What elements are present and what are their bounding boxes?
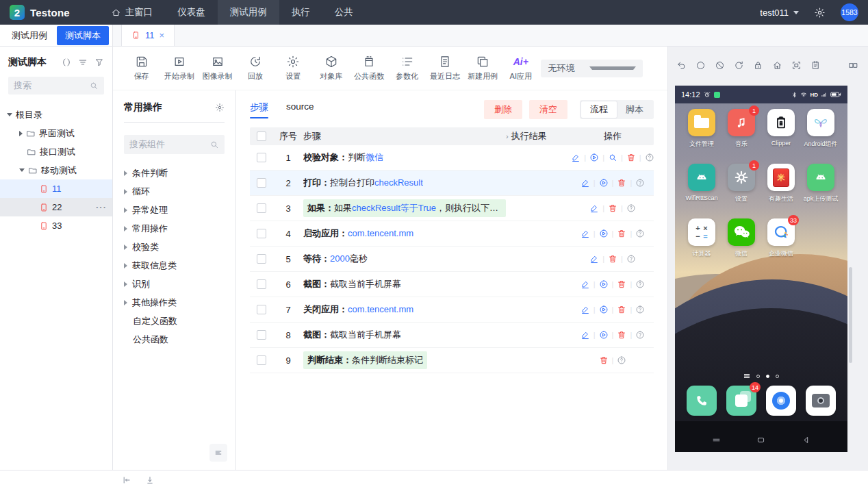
button-删除[interactable]: 删除 bbox=[484, 100, 522, 119]
lock-icon[interactable] bbox=[753, 60, 763, 71]
circle-icon[interactable] bbox=[695, 60, 706, 71]
play-icon[interactable] bbox=[599, 330, 609, 340]
pin-icon[interactable] bbox=[145, 475, 155, 485]
toolbar-button-list[interactable]: 参数化 bbox=[390, 55, 424, 82]
toolbar-button-ai[interactable]: Ai+AI应用 bbox=[503, 55, 538, 82]
edit-icon[interactable] bbox=[580, 279, 590, 289]
toolbar-button-gear[interactable]: 设置 bbox=[276, 55, 311, 82]
play-icon[interactable] bbox=[599, 178, 609, 188]
tree-item-11[interactable]: 11 bbox=[0, 179, 112, 198]
home-pill-icon[interactable] bbox=[756, 435, 766, 445]
component-group-获取信息类[interactable]: 获取信息类 bbox=[124, 256, 225, 275]
step-link[interactable]: 2000 bbox=[330, 253, 350, 264]
component-group-常用操作[interactable]: 常用操作 bbox=[124, 219, 225, 238]
component-item-公共函数[interactable]: 公共函数 bbox=[124, 330, 225, 349]
menu-icon[interactable] bbox=[711, 435, 722, 445]
select-all-checkbox[interactable] bbox=[257, 131, 266, 141]
delete-icon[interactable] bbox=[617, 229, 626, 238]
close-icon[interactable]: × bbox=[159, 30, 165, 40]
toolbar-button-save[interactable]: 保存 bbox=[124, 55, 159, 82]
step-link[interactable]: checkResult bbox=[374, 177, 423, 188]
step-link[interactable]: com.tencent.mm bbox=[348, 304, 413, 314]
sidebar-tab[interactable]: 测试用例 bbox=[3, 26, 55, 45]
undo-icon[interactable] bbox=[676, 60, 687, 71]
toolbar-button-copy[interactable]: 新建用例 bbox=[465, 55, 500, 82]
help-icon[interactable] bbox=[626, 203, 636, 213]
app-Android组件[interactable]: Android组件 bbox=[801, 109, 841, 149]
search-icon[interactable] bbox=[608, 153, 617, 162]
app-企业微信[interactable]: 33企业微信 bbox=[761, 218, 801, 258]
doc-tab-11[interactable]: 11 × bbox=[121, 25, 175, 46]
delete-icon[interactable] bbox=[608, 254, 617, 264]
edit-icon[interactable] bbox=[580, 330, 590, 340]
row-checkbox[interactable] bbox=[257, 229, 266, 238]
row-checkbox[interactable] bbox=[257, 254, 266, 264]
button-清空[interactable]: 清空 bbox=[529, 100, 567, 119]
help-icon[interactable] bbox=[635, 229, 645, 238]
sidebar-search-input[interactable]: 搜索 bbox=[8, 77, 104, 95]
app-音乐[interactable]: 1音乐 bbox=[722, 109, 761, 149]
edit-icon[interactable] bbox=[580, 229, 590, 238]
nav-item[interactable]: 执行 bbox=[279, 0, 322, 25]
tree-item-界面测试[interactable]: 界面测试 bbox=[0, 124, 112, 142]
component-group-识别[interactable]: 识别 bbox=[124, 275, 225, 293]
ban-icon[interactable] bbox=[715, 60, 725, 71]
more-icon[interactable]: ··· bbox=[96, 202, 107, 212]
nav-item[interactable]: 主窗口 bbox=[99, 0, 166, 25]
components-search-input[interactable]: 搜索组件 bbox=[124, 135, 225, 154]
tree-item-移动测试[interactable]: 移动测试 bbox=[0, 161, 112, 179]
toolbar-button-record[interactable]: 开始录制 bbox=[162, 55, 196, 82]
toolbar-button-image[interactable]: 图像录制 bbox=[200, 55, 235, 82]
user-menu[interactable]: test011 bbox=[760, 8, 799, 18]
scan-icon[interactable] bbox=[791, 60, 802, 71]
play-icon[interactable] bbox=[599, 229, 609, 238]
edit-icon[interactable] bbox=[580, 178, 590, 188]
component-group-条件判断[interactable]: 条件判断 bbox=[124, 164, 225, 182]
delete-icon[interactable] bbox=[617, 178, 626, 188]
device-icon[interactable] bbox=[810, 60, 821, 71]
app-文件管理[interactable]: 文件管理 bbox=[682, 109, 722, 149]
home-upload-icon[interactable] bbox=[772, 60, 782, 71]
row-checkbox[interactable] bbox=[257, 305, 266, 314]
environment-select[interactable]: 无环境 bbox=[541, 60, 643, 77]
back-icon[interactable] bbox=[801, 435, 811, 445]
steps-tab-source[interactable]: source bbox=[286, 101, 314, 118]
component-group-其他操作类[interactable]: 其他操作类 bbox=[124, 293, 225, 312]
delete-icon[interactable] bbox=[608, 203, 617, 213]
refresh-icon[interactable] bbox=[734, 60, 744, 71]
help-icon[interactable] bbox=[635, 305, 645, 314]
row-checkbox[interactable] bbox=[257, 178, 266, 188]
view-toggle-流程[interactable]: 流程 bbox=[581, 101, 617, 118]
nav-item[interactable]: 仪表盘 bbox=[165, 0, 218, 25]
tree-item-根目录[interactable]: 根目录 bbox=[0, 105, 112, 124]
dock-app-3[interactable] bbox=[761, 386, 801, 416]
tree-item-接口测试[interactable]: 接口测试 bbox=[0, 142, 112, 161]
gear-icon[interactable] bbox=[215, 103, 225, 112]
delete-icon[interactable] bbox=[626, 153, 636, 162]
app-微信[interactable]: 微信 bbox=[722, 218, 761, 258]
row-checkbox[interactable] bbox=[257, 330, 266, 340]
caret-icon[interactable] bbox=[19, 168, 25, 172]
toolbar-button-func[interactable]: 公共函数 bbox=[351, 55, 386, 82]
brand[interactable]: 2 Testone bbox=[10, 5, 70, 20]
app-WifiRttScan[interactable]: WifiRttScan bbox=[682, 164, 722, 203]
device-screen[interactable]: 14:12 HD 文件管理1音乐ClipperAndroid组件WifiRttS… bbox=[675, 86, 847, 452]
app-apk上传测试[interactable]: apk上传测试 bbox=[801, 164, 841, 203]
split-view-icon[interactable] bbox=[848, 60, 858, 71]
delete-icon[interactable] bbox=[617, 279, 626, 289]
help-icon[interactable] bbox=[635, 279, 645, 289]
delete-icon[interactable] bbox=[599, 355, 609, 365]
component-group-循环[interactable]: 循环 bbox=[124, 182, 225, 201]
help-icon[interactable] bbox=[626, 254, 636, 264]
delete-icon[interactable] bbox=[617, 305, 626, 314]
caret-icon[interactable] bbox=[7, 113, 12, 116]
edit-icon[interactable] bbox=[571, 153, 580, 162]
sidebar-tab[interactable]: 测试脚本 bbox=[57, 26, 109, 45]
row-checkbox[interactable] bbox=[257, 153, 266, 162]
chevron-right-icon[interactable]: › bbox=[506, 132, 509, 140]
settings-gear-icon[interactable] bbox=[814, 7, 826, 18]
play-icon[interactable] bbox=[589, 153, 599, 162]
dock-app-2[interactable]: 14 bbox=[722, 386, 761, 416]
help-icon[interactable] bbox=[645, 153, 654, 162]
play-icon[interactable] bbox=[599, 279, 609, 289]
